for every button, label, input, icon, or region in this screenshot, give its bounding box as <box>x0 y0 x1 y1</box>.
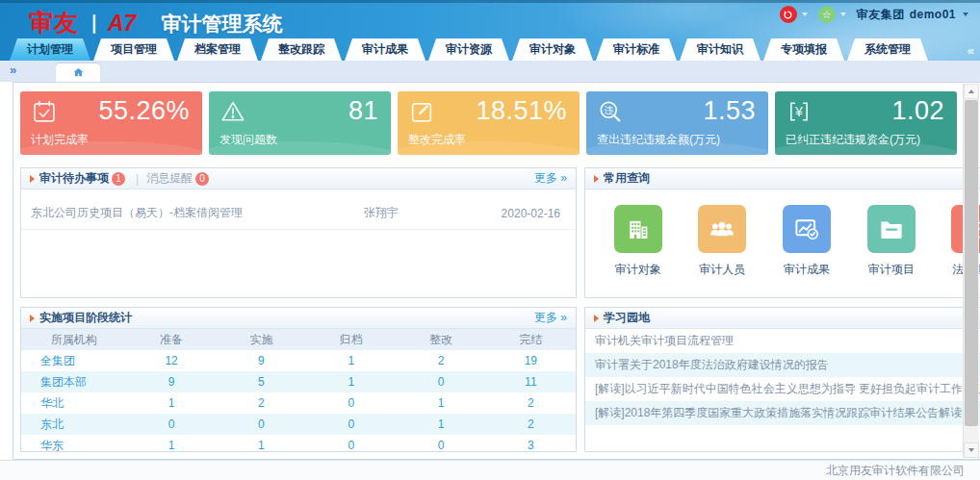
org-link[interactable]: 全集团 <box>21 350 126 371</box>
todo-tab[interactable]: 审计待办事项 <box>39 170 109 187</box>
tab-audit-resources[interactable]: 审计资源 <box>428 38 509 61</box>
tab-audit-results[interactable]: 审计成果 <box>345 38 426 61</box>
stat-cell[interactable]: 2 <box>217 392 306 414</box>
messages-count-badge: 0 <box>195 172 209 186</box>
card-plan-completion[interactable]: 55.26% 计划完成率 <box>20 91 202 155</box>
folder-icon <box>867 205 916 253</box>
tab-rectification-tracking[interactable]: 整改跟踪 <box>261 38 342 61</box>
user-dropdown-caret[interactable] <box>963 13 968 16</box>
stat-cell[interactable]: 0 <box>396 371 485 392</box>
learning-article-link[interactable]: [解读]2018年第四季度国家重大政策措施落实情况跟踪审计结果公告解读 <box>585 401 980 425</box>
stat-cell[interactable]: 2 <box>396 350 485 371</box>
card-value: 1.02 <box>891 96 944 126</box>
quick-audit-projects[interactable]: 审计项目 <box>860 205 923 278</box>
stat-cell[interactable]: 1 <box>306 371 396 392</box>
learning-article-link[interactable]: 审计机关审计项目流程管理 <box>585 329 980 353</box>
tab-system-management[interactable]: 系统管理 <box>847 38 928 61</box>
stat-cell[interactable]: 11 <box>486 371 576 392</box>
stat-cell[interactable]: 1 <box>306 350 396 371</box>
stat-cell[interactable]: 2 <box>486 414 576 435</box>
todo-item-date: 2020-02-16 <box>470 207 566 220</box>
learning-article-link[interactable]: 审计署关于2018年度法治政府建设情况的报告 <box>585 353 980 377</box>
warning-triangle-icon <box>219 98 246 129</box>
home-tab[interactable] <box>56 63 100 82</box>
org-link[interactable]: 集团本部 <box>21 371 126 392</box>
section-arrow-icon <box>30 315 35 322</box>
collapse-tabs-icon[interactable]: « <box>967 43 974 58</box>
tab-special-reporting[interactable]: 专项填报 <box>763 38 844 61</box>
col-header-rectify: 整改 <box>396 329 485 350</box>
todo-more-link[interactable]: 更多 » <box>534 170 567 187</box>
org-link[interactable]: 东北 <box>21 414 126 435</box>
messages-tab[interactable]: 消息提醒 <box>146 170 193 187</box>
tab-project-management[interactable]: 项目管理 <box>93 38 174 61</box>
stat-cell[interactable]: 5 <box>217 371 306 392</box>
stat-cell[interactable]: 0 <box>396 435 485 452</box>
stat-cell[interactable]: 3 <box>486 435 576 452</box>
quick-audit-results[interactable]: 审计成果 <box>775 205 838 278</box>
stat-cell[interactable]: 9 <box>217 350 306 371</box>
stat-cell[interactable]: 1 <box>396 392 485 414</box>
card-rectification-completion[interactable]: 18.51% 整改完成率 <box>398 91 580 155</box>
card-value: 81 <box>348 96 378 126</box>
vertical-scrollbar[interactable] <box>963 84 979 458</box>
org-link[interactable]: 华东 <box>21 435 126 452</box>
sync-icon[interactable] <box>780 6 797 23</box>
card-label: 计划完成率 <box>31 132 89 148</box>
building-icon <box>614 205 662 253</box>
card-violation-funds-corrected[interactable]: ¥ 1.02 已纠正违纪违规资金(万元) <box>775 91 957 155</box>
stat-cell[interactable]: 2 <box>486 392 576 414</box>
calendar-check-icon <box>31 98 58 129</box>
card-problems-found[interactable]: 81 发现问题数 <box>209 91 391 155</box>
stat-cell[interactable]: 0 <box>306 414 396 435</box>
stat-cell[interactable]: 0 <box>306 435 396 452</box>
sync-dropdown-caret[interactable] <box>802 13 808 16</box>
col-header-complete: 完结 <box>486 329 576 350</box>
card-violation-amount-found[interactable]: 违 1.53 查出违纪违规金额(万元) <box>586 91 768 155</box>
expand-menu-icon[interactable]: » <box>10 63 16 77</box>
scroll-down-button[interactable] <box>964 442 979 458</box>
stat-cell[interactable]: 0 <box>306 392 396 414</box>
table-row: 全集团 12 9 1 2 19 <box>21 350 576 371</box>
stat-cell[interactable]: 12 <box>126 350 216 371</box>
card-label: 已纠正违纪违规资金(万元) <box>786 132 920 148</box>
table-row: 华东 1 1 0 0 3 <box>21 435 576 452</box>
logo-brand-text: 审友 <box>29 7 79 38</box>
stage-stats-header: 实施项目阶段统计 更多 » <box>21 308 576 329</box>
stat-cell[interactable]: 19 <box>486 350 576 371</box>
quick-query-title: 常用查询 <box>604 170 650 187</box>
table-row: 东北 0 0 0 1 2 <box>21 414 576 435</box>
tab-audit-knowledge[interactable]: 审计知识 <box>680 38 761 61</box>
stat-cell[interactable]: 1 <box>396 414 485 435</box>
stat-cell[interactable]: 9 <box>126 371 216 392</box>
tab-archive-management[interactable]: 档案管理 <box>177 38 258 61</box>
tab-audit-objects[interactable]: 审计对象 <box>512 38 593 61</box>
scrollbar-thumb[interactable] <box>965 100 978 426</box>
yen-icon: ¥ <box>786 98 812 129</box>
logo-product-text: A7 <box>108 11 136 37</box>
org-name: 审友集团 <box>857 7 905 23</box>
todo-list-item[interactable]: 东北公司历史项目（易天）-档案借阅管理 张翔宇 2020-02-16 <box>21 197 576 230</box>
favorite-star-icon[interactable]: ☆ <box>818 6 836 23</box>
stat-cell[interactable]: 0 <box>126 414 216 435</box>
svg-text:违: 违 <box>604 105 613 115</box>
stat-cell[interactable]: 1 <box>217 435 306 452</box>
quick-audit-objects[interactable]: 审计对象 <box>606 205 670 278</box>
stat-cell[interactable]: 1 <box>126 435 216 452</box>
system-title: 审计管理系统 <box>161 11 282 38</box>
search-violation-icon: 违 <box>597 98 624 129</box>
username[interactable]: demo01 <box>910 8 956 21</box>
quick-audit-staff[interactable]: 审计人员 <box>690 205 754 278</box>
stat-cell[interactable]: 1 <box>126 392 216 414</box>
stat-cell[interactable]: 0 <box>217 414 306 435</box>
learning-article-link[interactable]: [解读]以习近平新时代中国特色社会主义思想为指导 更好担负起审计工作新职责新..… <box>585 377 980 401</box>
stage-stats-more-link[interactable]: 更多 » <box>534 310 567 326</box>
card-label: 查出违纪违规金额(万元) <box>597 132 720 148</box>
section-arrow-icon <box>594 175 599 183</box>
card-value: 1.53 <box>703 96 756 126</box>
tab-plan-management[interactable]: 计划管理 <box>10 38 90 61</box>
org-link[interactable]: 华北 <box>21 392 126 414</box>
favorite-dropdown-caret[interactable] <box>840 13 846 16</box>
scroll-up-button[interactable] <box>964 84 979 99</box>
tab-audit-standards[interactable]: 审计标准 <box>596 38 677 61</box>
